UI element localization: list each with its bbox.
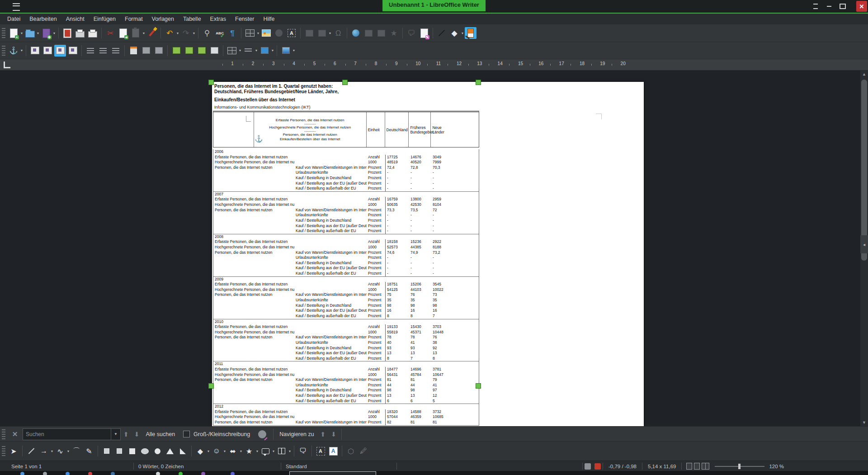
taskbar-icon[interactable] [43, 472, 47, 475]
send-backward-button[interactable] [153, 45, 165, 57]
show-draw-functions-button[interactable] [465, 27, 476, 39]
insert-endnote-button[interactable] [375, 27, 387, 39]
curve-tool-button[interactable]: ∿ [54, 445, 66, 457]
taskbar-icon[interactable] [88, 472, 92, 475]
align-right-button[interactable] [110, 45, 122, 57]
taskbar-icon[interactable] [111, 472, 115, 475]
toolbar-grip[interactable] [2, 46, 5, 56]
formatting-marks-button[interactable]: ¶ [226, 27, 238, 39]
send-to-back-button[interactable] [208, 45, 220, 57]
menu-datei[interactable]: Datei [3, 14, 25, 24]
stars-dropdown[interactable]: ▼ [255, 445, 259, 457]
toolbar-grip[interactable] [2, 28, 5, 38]
bring-to-front-button[interactable] [127, 45, 139, 57]
vertical-callouts-button[interactable]: 🗨 [297, 445, 309, 457]
align-bottom-button[interactable] [196, 45, 208, 57]
insert-chart-button[interactable] [273, 27, 285, 39]
paste-dropdown[interactable]: ▼ [142, 27, 146, 39]
multi-page-view-button[interactable] [694, 463, 700, 470]
edit-points-button[interactable]: ⬡ [344, 445, 357, 457]
maximize-button[interactable] [837, 1, 848, 12]
wrap-on-button[interactable] [42, 45, 53, 57]
border-color-button[interactable] [259, 45, 270, 57]
minimize-button[interactable] [824, 1, 835, 12]
menu-fenster[interactable]: Fenster [231, 14, 259, 24]
callout-shapes-dropdown[interactable]: ▼ [272, 445, 275, 457]
selection-handle-middle-right[interactable] [476, 383, 481, 389]
insert-special-char-button[interactable]: Ω [332, 27, 344, 39]
block-arrows-dropdown[interactable]: ▼ [239, 445, 243, 457]
taskbar-window-button[interactable] [289, 471, 376, 475]
freeform-tool-button[interactable]: ✎ [83, 445, 95, 457]
taskbar-icon[interactable] [231, 472, 235, 475]
align-center-button[interactable] [97, 45, 109, 57]
insert-pagebreak-button[interactable] [303, 27, 315, 39]
zoom-level-status[interactable]: 120 % [769, 464, 784, 469]
isosceles-triangle-tool-button[interactable] [164, 445, 176, 457]
insert-table-dropdown[interactable]: ▼ [256, 27, 260, 39]
zoom-slider[interactable] [715, 466, 764, 467]
anchor-button[interactable]: ⚓ [8, 45, 19, 57]
menu-einfügen[interactable]: Einfügen [89, 14, 120, 24]
insert-table-button[interactable] [244, 27, 256, 39]
toolbar-grip[interactable] [2, 446, 5, 456]
toolbar-grip[interactable] [2, 429, 5, 439]
wrap-through-button[interactable] [67, 45, 79, 57]
redo-dropdown[interactable]: ▼ [192, 27, 196, 39]
flowchart-dropdown[interactable]: ▼ [288, 445, 292, 457]
basic-shapes-dropdown[interactable]: ▼ [207, 445, 210, 457]
right-triangle-tool-button[interactable] [176, 445, 189, 457]
line-ends-arrow-button[interactable]: → [38, 445, 50, 457]
clone-formatting-button[interactable] [146, 27, 158, 39]
find-all-button[interactable]: Alle suchen [146, 431, 175, 437]
book-view-button[interactable] [702, 463, 709, 470]
selection-handle-top-left[interactable] [208, 80, 214, 85]
cut-button[interactable]: ✂ [104, 27, 116, 39]
fontwork-button[interactable]: A [314, 445, 327, 457]
bring-forward-button[interactable] [140, 45, 152, 57]
spellcheck-button[interactable]: ABC✔ [214, 27, 226, 39]
taskbar-icon[interactable] [179, 472, 183, 475]
symbol-shapes-dropdown[interactable]: ▼ [223, 445, 226, 457]
rectangle-rounded-tool-button[interactable] [113, 445, 126, 457]
find-previous-button[interactable]: ⬆ [123, 431, 129, 438]
taskbar-icon[interactable] [156, 472, 160, 475]
taskbar-icon[interactable] [66, 472, 70, 475]
page-count-status[interactable]: Seite 1 von 1 [11, 464, 133, 469]
document-page[interactable]: Personen, die das Internet im 1. Quartal… [212, 82, 644, 426]
undo-dropdown[interactable]: ▼ [176, 27, 179, 39]
scrollbar-thumb[interactable] [861, 80, 867, 261]
tab-stop-selector-icon[interactable] [4, 62, 10, 68]
document-canvas[interactable]: Personen, die das Internet im 1. Quartal… [0, 71, 860, 426]
align-middle-button[interactable] [183, 45, 195, 57]
align-left-button[interactable] [85, 45, 96, 57]
insert-bookmark-button[interactable]: ★ [388, 27, 400, 39]
page-style-status[interactable]: Standard [286, 464, 396, 469]
object-size-status[interactable]: 5,14 x 11,69 [648, 464, 676, 469]
open-dropdown[interactable]: ▼ [36, 27, 40, 39]
basic-shapes-button[interactable]: ◆ [448, 27, 460, 39]
navigate-next-button[interactable]: ⬇ [331, 431, 336, 438]
to-curve-button[interactable]: 🖉 [357, 445, 370, 457]
select-tool-button[interactable]: ➤ [7, 445, 20, 457]
menu-tabelle[interactable]: Tabelle [179, 14, 206, 24]
menu-format[interactable]: Format [120, 14, 147, 24]
search-input[interactable] [23, 429, 111, 440]
wrap-ideal-button[interactable] [54, 45, 66, 57]
insert-footnote-button[interactable] [363, 27, 374, 39]
word-count-status[interactable]: 0 Wörter, 0 Zeichen [138, 464, 281, 469]
taskbar-icon[interactable] [20, 472, 24, 475]
borders-dropdown[interactable]: ▼ [238, 45, 242, 57]
circle-tool-button[interactable] [151, 445, 164, 457]
print-button[interactable] [74, 27, 86, 39]
menu-hilfe[interactable]: Hilfe [259, 14, 279, 24]
insert-image-button[interactable] [260, 27, 272, 39]
insert-textbox-tool-button[interactable]: A [327, 445, 340, 457]
insert-field-button[interactable] [316, 27, 328, 39]
rectangle-tool-button[interactable] [100, 445, 113, 457]
background-color-dropdown[interactable]: ▼ [292, 45, 296, 57]
paste-button[interactable] [130, 27, 142, 39]
zoom-slider-thumb[interactable] [738, 464, 741, 469]
border-color-dropdown[interactable]: ▼ [271, 45, 274, 57]
search-history-dropdown[interactable]: ▼ [111, 429, 120, 440]
